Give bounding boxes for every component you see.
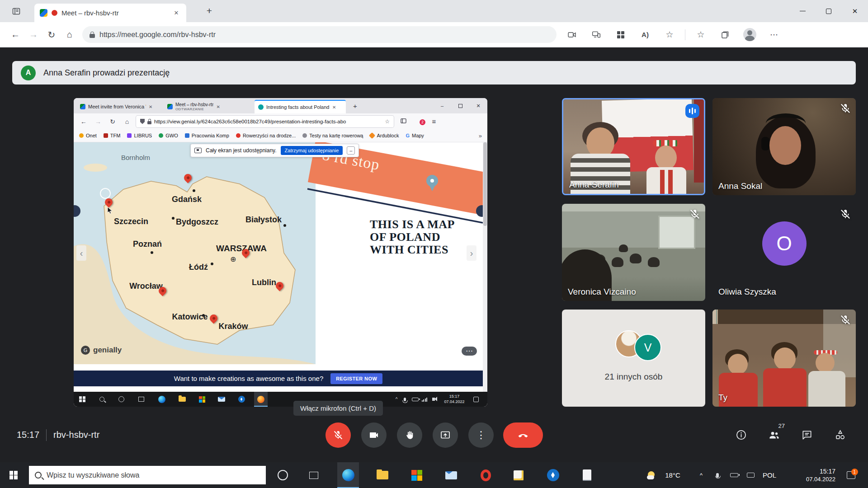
edge-tab-meet[interactable]: Meet – rbv-hsbv-rtr ✕ [34,4,186,22]
forward-icon: → [93,118,104,125]
meet-favicon [167,104,173,109]
mail-taskbar-icon[interactable] [441,462,462,488]
profile-avatar[interactable] [741,26,759,44]
window-close-button[interactable]: ✕ [842,0,868,22]
search-input[interactable] [47,471,260,479]
taskbar-search[interactable] [29,466,266,484]
store-taskbar-icon[interactable] [406,462,427,488]
more-options-button[interactable]: ⋮ [468,422,494,448]
avatar: O [762,221,807,266]
screen: Meet – rbv-hsbv-rtr ✕ + ✕ ← → ↻ ⌂ https:… [0,0,868,488]
language-indicator[interactable]: POL [760,462,779,488]
browser-compass-icon [235,392,248,407]
document-app-taskbar-icon[interactable] [576,462,597,488]
new-tab-button[interactable]: + [203,5,215,17]
participant-tile-oliwia-szyszka[interactable]: O Oliwia Szyszka [712,204,856,301]
tray-chevron-icon[interactable]: ^ [695,462,708,488]
participant-name: Veronica Vizcaino [568,287,636,297]
action-center-button[interactable]: 1 [842,462,860,488]
tray-mic-icon[interactable] [711,462,724,488]
collections-grid-icon[interactable] [612,26,630,44]
share-bar-minimize-icon: – [347,146,355,155]
end-call-button[interactable] [503,422,543,448]
read-aloud-icon[interactable]: A) [636,26,654,44]
address-bar[interactable]: https://meet.google.com/rbv-hsbv-rtr [82,26,557,43]
presenter-banner-text: Anna Serafin prowadzi prezentację [43,68,170,78]
toolbar-separator [685,29,685,40]
shared-ff-bookmarks-bar: Onet TFM LIBRUS GWO Pracownia Komp Rower… [74,129,487,142]
mail-icon [215,392,228,407]
favorites-icon[interactable]: ☆ [692,26,710,44]
edge-taskbar-icon[interactable] [337,462,359,488]
shared-ff-tab-2: Meet – rbv-hsbv-rtr ODTWARZANIE ✕ [164,100,252,113]
tab-close-icon[interactable]: ✕ [172,9,181,16]
send-to-devices-icon[interactable] [587,26,605,44]
compass-app-taskbar-icon[interactable] [542,462,563,488]
shared-ff-content: Cały ekran jest udostępniany. Zatrzymaj … [74,142,487,392]
url-text: https://meet.google.com/rbv-hsbv-rtr [99,31,216,39]
tray-battery-icon[interactable] [726,462,742,488]
city-dot-bydgoszcz [172,217,175,220]
chat-button[interactable] [801,429,813,441]
bookmark-item: Onet [79,133,97,138]
lock-icon [90,31,95,38]
refresh-button[interactable]: ↻ [42,26,61,44]
add-favorite-icon[interactable]: ☆ [660,26,679,44]
home-button[interactable]: ⌂ [61,26,79,44]
tray-keyboard-icon[interactable] [743,462,758,488]
participant-name: Oliwia Szyszka [718,287,776,297]
mic-button[interactable] [326,422,351,448]
presentation-tile[interactable]: Meet invite from Veronica Vizca ✕ Meet –… [74,98,487,407]
cortana-button[interactable] [272,462,293,488]
shared-ff-tab-2-title: Meet – rbv-hsbv-rtr [175,102,213,108]
opera-taskbar-icon[interactable] [475,462,496,488]
collections-icon[interactable] [716,26,734,44]
reader-view-icon [397,118,409,125]
present-button[interactable] [433,422,458,448]
minimize-icon: – [433,98,451,113]
bookmark-star-icon: ☆ [385,118,390,125]
tab-actions-menu-icon[interactable] [10,5,23,18]
shared-ff-tab-3-active: Intresting facts about Poland b ✕ [255,100,346,113]
slide-heading-line3: WITH CITIES [370,244,455,256]
meet-footer: 15:17 rbv-hsbv-rtr ⋮ [0,418,868,452]
weather-temp[interactable]: 18°C [659,462,686,488]
shared-time: 15:17 [438,394,471,399]
share-message: Cały ekran jest udostępniany. [206,147,277,154]
presentation-slide: Bornholm Gdańsk Szczecin Bydgoszcz Biały… [74,142,483,364]
participant-tile-veronica-vizcaino[interactable]: Veronica Vizcaino [562,204,705,301]
start-button[interactable] [0,462,27,488]
people-button[interactable]: 27 [768,429,780,441]
city-dot-bialystok [283,224,286,227]
notes-app-taskbar-icon[interactable] [508,462,529,488]
meeting-info: 15:17 rbv-hsbv-rtr [17,429,99,441]
raise-hand-button[interactable] [397,422,422,448]
tab-media-camera-icon[interactable] [563,26,581,44]
weather-icon[interactable] [644,462,659,488]
city-label-bialystok: Białystok [245,215,282,225]
start-icon [75,392,89,407]
camera-button[interactable] [361,422,387,448]
info-button[interactable] [735,429,747,441]
back-button[interactable]: ← [6,26,24,44]
mic-muted-icon [689,208,701,220]
participant-tile-anna-serafin[interactable]: Anna Serafin [562,98,705,195]
slide-heading-line1: THIS IS A MAP [370,218,455,231]
window-minimize-button[interactable] [789,0,816,22]
participant-tile-self[interactable]: Ty [712,310,856,407]
window-maximize-button[interactable] [816,0,842,22]
file-explorer-taskbar-icon[interactable] [372,462,393,488]
task-view-button[interactable] [303,462,324,488]
forward-button[interactable]: → [24,26,42,44]
participant-tile-anna-sokal[interactable]: Anna Sokal [712,98,856,195]
taskbar-clock[interactable]: 15:17 07.04.2022 [806,467,835,483]
activities-button[interactable] [834,429,846,441]
tray-network-icon [421,392,428,407]
tray-chevron-icon: ^ [393,392,400,407]
settings-more-icon[interactable]: ⋯ [765,26,783,44]
taskbar-date: 07.04.2022 [806,475,835,483]
compass-rose-icon: ⊕ [230,255,236,263]
shared-ff-tab-3-title: Intresting facts about Poland b [266,104,330,110]
home-icon: ⌂ [122,118,132,125]
overflow-participants-tile[interactable]: V 21 innych osób [562,310,705,407]
